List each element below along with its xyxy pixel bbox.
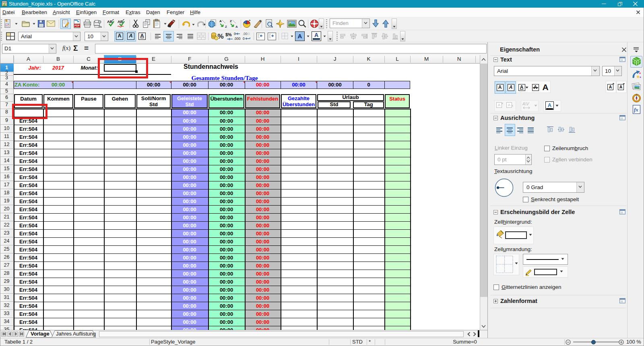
svg-text:A: A <box>219 19 222 23</box>
svg-text:.00: .00 <box>243 32 248 36</box>
svg-text:.000: .000 <box>234 37 241 41</box>
svg-text:fx: fx <box>634 107 638 113</box>
svg-text:A: A <box>235 25 238 29</box>
svg-text:0: 0 <box>248 32 250 36</box>
svg-text:0: 0 <box>243 37 245 41</box>
svg-text:AB: AB <box>107 19 113 24</box>
svg-text:$%: $% <box>225 32 232 37</box>
svg-text:Z: Z <box>230 19 232 23</box>
svg-text:AB: AB <box>118 19 123 24</box>
svg-text:A\V: A\V <box>522 102 529 106</box>
svg-text:N: N <box>636 94 637 96</box>
svg-text:PDF: PDF <box>74 24 80 27</box>
svg-text:Z: Z <box>225 25 227 29</box>
